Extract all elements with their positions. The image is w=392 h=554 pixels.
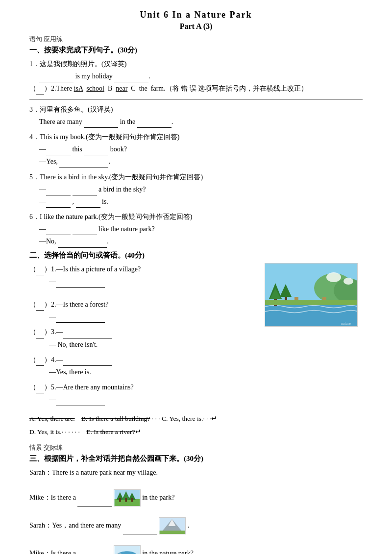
blank-sel3[interactable]	[36, 330, 44, 338]
problem-4: 4．This is my book.(变为一般疑问句并作肯定回答) — this…	[29, 131, 363, 168]
dialogue-2-speaker: Mike：Is there a	[29, 493, 77, 501]
sel-problem-1: （）1.—Is this a picture of a village? —	[29, 263, 260, 288]
problem-6-label: 6．I like the nature park.(变为一般疑问句并作否定回答)	[29, 213, 192, 220]
blank-3a[interactable]	[84, 119, 118, 128]
problem-2-row: （）2.There isA school B near C the farm.（…	[29, 85, 308, 92]
word-near: near	[116, 85, 127, 92]
section2-content: （）1.—Is this a picture of a village? — （…	[29, 263, 363, 409]
blank-sel2-ans[interactable]	[56, 314, 105, 323]
dialogue-2-end: in the park?	[142, 493, 174, 501]
blank-4c[interactable]	[59, 159, 108, 168]
blank-1a[interactable]	[39, 73, 74, 82]
dialogue-3-speaker: Sarah：Yes，and there are many	[29, 521, 121, 529]
forest-image	[114, 489, 141, 506]
dialogue-3-end: .	[188, 521, 190, 529]
blank-6c[interactable]	[58, 239, 107, 248]
sel4-answer: —Yes, there is.	[29, 368, 91, 376]
section2-left: （）1.—Is this a picture of a village? — （…	[29, 263, 260, 409]
dialogue-3: Sarah：Yes，and there are many .	[29, 517, 363, 534]
problem-5-label: 5．There is a bird in the sky.(变为一般疑问句并作肯…	[29, 173, 203, 181]
page-title-sub: Part A (3)	[29, 22, 363, 31]
blank-2a[interactable]	[36, 86, 44, 95]
blank-sel2[interactable]	[36, 302, 44, 311]
svg-point-3	[326, 272, 341, 282]
dialogue-4: Mike：Is there a in the nature park?	[29, 545, 363, 554]
section1-heading: 一、按要求完成下列句子。(30分)	[29, 46, 363, 55]
problem-3: 3．河里有很多鱼。(汉译英) There are many in the .	[29, 103, 363, 128]
option-B: B. Is there a tall building?	[81, 415, 150, 422]
blank-5a[interactable]	[46, 187, 71, 195]
nature-park-image: nature	[265, 263, 358, 327]
svg-rect-22	[125, 498, 127, 502]
svg-rect-21	[119, 498, 121, 502]
svg-rect-17	[114, 499, 140, 506]
problem-3-label: 3．河里有很多鱼。(汉译英)	[29, 106, 113, 113]
dialogue-4-end: in the nature park?	[142, 549, 194, 554]
blank-sel5-ans[interactable]	[56, 397, 105, 406]
dialogue-4-speaker: Mike：Is there a	[29, 549, 77, 554]
blank-1b[interactable]	[114, 73, 148, 82]
problem-6: 6．I like the nature park.(变为一般疑问句并作否定回答)…	[29, 211, 363, 248]
sel-problem-2: （）2.—Is there a forest? —	[29, 298, 260, 323]
blank-5b[interactable]	[73, 187, 97, 195]
blank-4b[interactable]	[84, 146, 108, 155]
problem-4-label: 4．This is my book.(变为一般疑问句并作肯定回答)	[29, 133, 179, 141]
blank-sel3-q[interactable]	[63, 330, 112, 338]
sel-problem-5: （）5.—Are there any mountains? —	[29, 381, 260, 406]
option-A: A. Yes, there are.	[29, 415, 75, 422]
blank-5d[interactable]	[76, 199, 100, 208]
lake-image	[114, 545, 141, 554]
sel-problem-4: （）4.— —Yes, there is.	[29, 354, 260, 378]
blank-6b[interactable]	[73, 226, 97, 235]
svg-rect-23	[131, 498, 133, 502]
problem-5: 5．There is a bird in the sky.(变为一般疑问句并作肯…	[29, 171, 363, 208]
page-title-main: Unit 6 In a Nature Park	[29, 10, 363, 20]
blank-6a[interactable]	[46, 226, 71, 235]
problem-6-line1: — like the nature park?	[29, 225, 155, 233]
blank-sel1-ans[interactable]	[56, 279, 105, 288]
sel1-answer: —	[29, 278, 105, 285]
section2-heading: 二、选择恰当的问句或答语。(40分)	[29, 251, 363, 260]
blank-sel1[interactable]	[36, 266, 44, 275]
blank-sarah1[interactable]	[123, 526, 157, 534]
section3-label: 情景 交际练	[29, 443, 363, 452]
option-D: D. Yes, it is.· · · · · ·	[29, 428, 80, 435]
problem-5-line1: — a bird in the sky?	[29, 186, 146, 193]
blank-mike1[interactable]	[77, 498, 112, 506]
svg-point-4	[343, 278, 353, 285]
options-block: A. Yes, there are. B. Is there a tall bu…	[29, 412, 363, 438]
blank-5c[interactable]	[46, 199, 71, 208]
blank-sel4-q[interactable]	[63, 357, 112, 366]
word-isA: isA	[74, 85, 83, 92]
svg-rect-14	[265, 300, 358, 305]
section3-heading: 三、根据图片，补全对话并把自然公园画下来。(30分)	[29, 454, 363, 463]
blank-3b[interactable]	[137, 119, 172, 128]
problem-1-line1: is my holiday .	[29, 72, 150, 80]
divider-1	[29, 99, 363, 99]
option-E: E. Is there a river?↵	[86, 428, 141, 435]
option-C: C. Yes, there is.· · ·↵	[162, 415, 217, 422]
problem-4-line2: —Yes, .	[29, 158, 110, 165]
blank-sel5[interactable]	[36, 385, 44, 393]
section3-block: 情景 交际练 三、根据图片，补全对话并把自然公园画下来。(30分) Sarah：…	[29, 443, 363, 554]
problem-6-line2: —No, .	[29, 238, 109, 245]
sel-problem-3: （）3.— — No, there isn't.	[29, 326, 260, 350]
section1-label: 语句 应用练	[29, 35, 363, 44]
word-the: the	[139, 85, 147, 92]
dialogue-1: Sarah：There is a nature park near my vil…	[29, 466, 363, 479]
nature-park-illustration: nature	[265, 263, 363, 327]
problem-1-label: 1．这是我假期的照片。(汉译英)	[29, 60, 126, 68]
sel2-answer: —	[29, 313, 105, 320]
mountain-image	[159, 517, 186, 534]
dialogue-1-speaker: Sarah：There is a nature park near my vil…	[29, 469, 158, 476]
dialogue-2: Mike：Is there a in the park?	[29, 489, 363, 506]
sel3-answer: — No, there isn't.	[29, 341, 98, 348]
blank-4a[interactable]	[46, 146, 71, 155]
sel5-answer: —	[29, 396, 105, 403]
problem-3-line1: There are many in the .	[29, 118, 173, 125]
svg-rect-27	[160, 530, 185, 534]
blank-sel4[interactable]	[36, 357, 44, 366]
svg-text:nature: nature	[341, 321, 351, 326]
problem-5-line2: — , is.	[29, 198, 108, 205]
problem-4-line1: — this book?	[29, 145, 127, 153]
